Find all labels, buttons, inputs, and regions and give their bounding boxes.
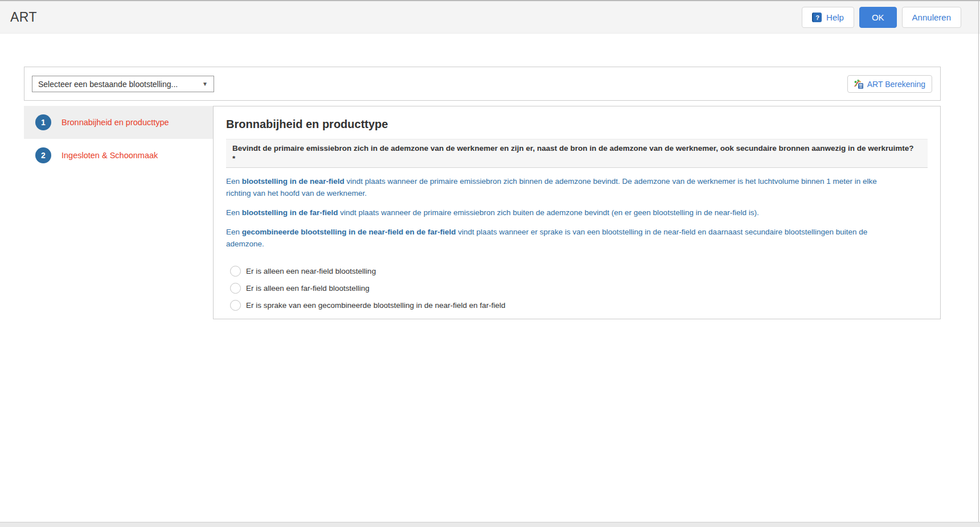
step-number-badge: 1 bbox=[35, 114, 51, 130]
window-bottom-strip bbox=[0, 522, 980, 527]
art-calculation-button[interactable]: ART Berekening bbox=[847, 75, 932, 93]
question-block: Bevindt de primaire emissiebron zich in … bbox=[226, 139, 928, 168]
required-marker: * bbox=[232, 154, 921, 164]
page-title: ART bbox=[10, 10, 37, 25]
paragraph-bold-text: gecombineerde blootstelling in de near-f… bbox=[242, 228, 456, 236]
paragraph-bold-text: blootstelling in de far-field bbox=[242, 208, 338, 217]
question-text: Bevindt de primaire emissiebron zich in … bbox=[232, 144, 914, 153]
radio-group: Er is alleen een near-field blootstellin… bbox=[230, 262, 928, 314]
exposure-select[interactable]: Selecteer een bestaande blootstelling...… bbox=[32, 76, 214, 92]
help-button-label: Help bbox=[826, 13, 844, 22]
exposure-select-value: Selecteer een bestaande blootstelling... bbox=[38, 80, 178, 89]
far-field-paragraph: Een blootstelling in de far-field vindt … bbox=[226, 207, 881, 219]
chevron-down-icon: ▼ bbox=[202, 81, 208, 87]
step-item-ingesloten[interactable]: 2 Ingesloten & Schoonmaak bbox=[24, 139, 213, 172]
paragraph-text: vindt plaats wanneer de primaire emissie… bbox=[338, 208, 759, 217]
radio-option-label: Er is alleen een near-field blootstellin… bbox=[246, 267, 376, 275]
calculation-icon bbox=[854, 79, 864, 89]
help-book-icon: ? bbox=[812, 13, 822, 22]
paragraph-text: Een bbox=[226, 177, 242, 186]
radio-option-combined[interactable]: Er is sprake van een gecombineerde bloot… bbox=[230, 297, 928, 314]
step-number-badge: 2 bbox=[35, 147, 51, 163]
help-button[interactable]: ? Help bbox=[802, 7, 854, 28]
radio-option-near-field[interactable]: Er is alleen een near-field blootstellin… bbox=[230, 262, 928, 279]
radio-option-label: Er is sprake van een gecombineerde bloot… bbox=[246, 301, 506, 310]
window-right-edge bbox=[978, 1, 979, 527]
art-calculation-label: ART Berekening bbox=[867, 80, 925, 89]
app-header: ART ? Help OK Annuleren bbox=[0, 1, 980, 34]
wizard-steps: 1 Bronnabijheid en producttype 2 Ingeslo… bbox=[24, 106, 213, 172]
near-field-paragraph: Een blootstelling in de near-field vindt… bbox=[226, 175, 881, 199]
cancel-button[interactable]: Annuleren bbox=[902, 7, 961, 28]
radio-button-icon[interactable] bbox=[230, 300, 241, 311]
paragraph-text: Een bbox=[226, 208, 242, 217]
radio-button-icon[interactable] bbox=[230, 283, 241, 294]
step-label: Ingesloten & Schoonmaak bbox=[61, 151, 158, 160]
panel-heading: Bronnabijheid en producttype bbox=[226, 118, 928, 131]
ok-button[interactable]: OK bbox=[859, 7, 897, 28]
radio-option-far-field[interactable]: Er is alleen een far-field blootstelling bbox=[230, 279, 928, 297]
step-content-panel: Bronnabijheid en producttype Bevindt de … bbox=[213, 106, 941, 319]
step-label: Bronnabijheid en producttype bbox=[61, 118, 169, 127]
combined-field-paragraph: Een gecombineerde blootstelling in de ne… bbox=[226, 226, 881, 250]
header-actions: ? Help OK Annuleren bbox=[802, 1, 961, 34]
step-item-bronnabijheid[interactable]: 1 Bronnabijheid en producttype bbox=[24, 106, 213, 139]
radio-option-label: Er is alleen een far-field blootstelling bbox=[246, 284, 370, 293]
radio-button-icon[interactable] bbox=[230, 266, 241, 277]
paragraph-text: Een bbox=[226, 228, 242, 236]
exposure-toolbar: Selecteer een bestaande blootstelling...… bbox=[24, 67, 941, 101]
paragraph-bold-text: blootstelling in de near-field bbox=[242, 177, 345, 186]
